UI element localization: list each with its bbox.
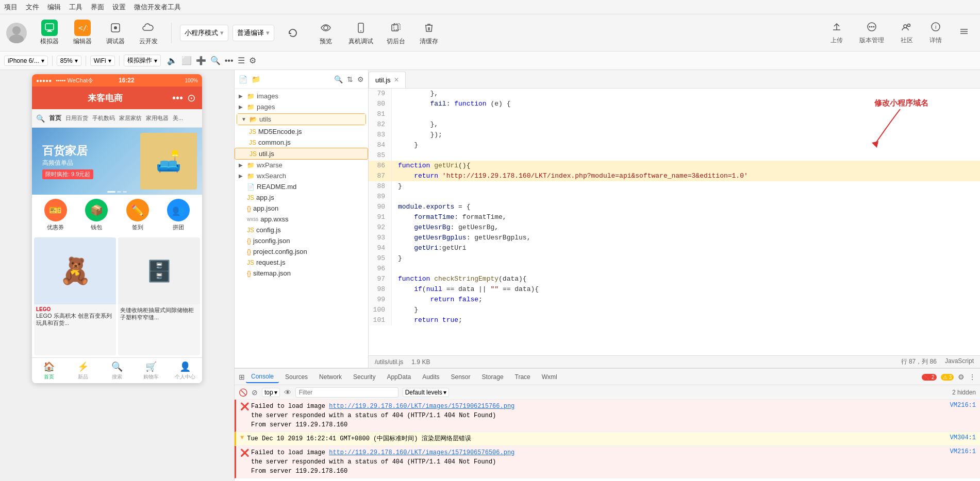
dots-icon[interactable]: ••• bbox=[225, 56, 234, 65]
console-content[interactable]: ❌ Failed to load image http://119.29.178… bbox=[235, 400, 980, 481]
menu-item-settings[interactable]: 设置 bbox=[112, 3, 126, 12]
preview-button[interactable]: 预览 bbox=[311, 18, 340, 48]
debugger-button[interactable]: 调试器 bbox=[101, 18, 130, 48]
volume-icon[interactable]: 🔈 bbox=[167, 56, 177, 65]
list-icon[interactable]: ☰ bbox=[238, 56, 245, 65]
devtools-tab-wxml[interactable]: Wxml bbox=[537, 371, 562, 383]
simulator-button[interactable]: 模拟器 bbox=[35, 18, 64, 48]
error-source-3[interactable]: VM216:1 bbox=[950, 448, 976, 455]
editor-button[interactable]: </> 编辑器 bbox=[68, 18, 97, 48]
phone-circle-icon[interactable]: ⊙ bbox=[187, 92, 196, 104]
compile-dropdown[interactable]: 普通编译 ▾ bbox=[232, 25, 274, 41]
network-select[interactable]: WiFi ▾ bbox=[90, 56, 115, 66]
tree-item-utils[interactable]: ▼ 📂 utils bbox=[237, 114, 366, 125]
tree-item-requestjs[interactable]: JS request.js bbox=[235, 257, 368, 268]
devtools-tab-security[interactable]: Security bbox=[348, 371, 380, 383]
devtools-tab-console[interactable]: Console bbox=[246, 371, 279, 383]
menu-item-file[interactable]: 文件 bbox=[26, 3, 39, 12]
bottom-nav-cart[interactable]: 🛒 购物车 bbox=[134, 358, 168, 383]
search-icon[interactable]: 🔍 bbox=[210, 56, 221, 65]
phone-search-icon[interactable]: 🔍 bbox=[36, 114, 45, 123]
settings2-icon[interactable]: ⚙ bbox=[249, 56, 256, 65]
devtools-tab-sensor[interactable]: Sensor bbox=[446, 371, 476, 383]
nav-link-1[interactable]: 日用百货 bbox=[65, 114, 88, 122]
devtools-tab-appdata[interactable]: AppData bbox=[381, 371, 416, 383]
phone-product-1[interactable]: 🧸 LEGO LEGO 乐高积木 创意百变系列 玩具和百货... bbox=[34, 237, 116, 355]
warn-source-2[interactable]: VM304:1 bbox=[950, 434, 976, 441]
device-select[interactable]: iPhone 6/... ▾ bbox=[4, 56, 48, 66]
devtools-tab-storage[interactable]: Storage bbox=[477, 371, 509, 383]
expand-icon-2[interactable]: ▼ bbox=[240, 434, 244, 441]
tree-item-common[interactable]: JS common.js bbox=[235, 137, 368, 148]
refresh-button[interactable] bbox=[278, 18, 307, 48]
dt-eye-icon[interactable]: 👁 bbox=[284, 388, 291, 397]
file-sort-icon[interactable]: ⇅ bbox=[347, 75, 353, 83]
bottom-nav-profile[interactable]: 👤 个人中心 bbox=[168, 358, 202, 383]
devtools-tab-trace[interactable]: Trace bbox=[510, 371, 536, 383]
bottom-nav-home[interactable]: 🏠 首页 bbox=[32, 358, 66, 383]
menu-item-interface[interactable]: 界面 bbox=[91, 3, 104, 12]
level-select[interactable]: Default levels ▾ bbox=[403, 388, 449, 397]
devtools-sidebar-icon[interactable]: ⊞ bbox=[239, 373, 245, 381]
tree-item-appwxss[interactable]: wxss app.wxss bbox=[235, 214, 368, 225]
devtools-tab-network[interactable]: Network bbox=[314, 371, 347, 383]
menu-item-tool[interactable]: 工具 bbox=[69, 3, 82, 12]
menu-item-project[interactable]: 项目 bbox=[4, 3, 18, 12]
file-more-icon[interactable]: ⚙ bbox=[357, 75, 364, 83]
cloud-button[interactable]: 云开发 bbox=[134, 18, 163, 48]
folder-new-icon[interactable]: 📁 bbox=[252, 75, 260, 83]
tree-item-jsconfigjson[interactable]: {} jsconfig.json bbox=[235, 235, 368, 246]
tree-item-wxsearch[interactable]: ▶ 📁 wxSearch bbox=[235, 170, 368, 181]
error-source-1[interactable]: VM216:1 bbox=[950, 402, 976, 409]
operation-select[interactable]: 模拟操作 ▾ bbox=[124, 55, 161, 66]
context-select[interactable]: top ▾ bbox=[262, 388, 280, 397]
version-button[interactable]: 版本管理 bbox=[855, 19, 888, 47]
dt-block-icon[interactable]: 🚫 bbox=[239, 388, 247, 397]
devtools-settings-icon[interactable]: ⚙ bbox=[958, 373, 965, 381]
tree-item-projectconfig[interactable]: {} project.config.json bbox=[235, 246, 368, 257]
upload-button[interactable]: 上传 bbox=[826, 19, 847, 47]
editor-tab-utiljs[interactable]: util.js ✕ bbox=[369, 72, 406, 88]
file-new-icon[interactable]: 📄 bbox=[239, 75, 247, 83]
mode-dropdown[interactable]: 小程序模式 ▾ bbox=[180, 25, 228, 41]
more-button[interactable] bbox=[954, 24, 974, 42]
phone-icon-group[interactable]: 👥 拼团 bbox=[163, 199, 194, 231]
nav-link-5[interactable]: 美... bbox=[173, 114, 183, 122]
menu-item-wechat-devtools[interactable]: 微信开发者工具 bbox=[134, 3, 181, 12]
phone-icon-signin[interactable]: ✏️ 签到 bbox=[122, 199, 153, 231]
nav-link-2[interactable]: 手机数码 bbox=[92, 114, 115, 122]
tab-close-icon[interactable]: ✕ bbox=[394, 76, 399, 83]
tree-item-appjs[interactable]: JS app.js bbox=[235, 192, 368, 203]
tree-item-readme[interactable]: 📄 README.md bbox=[235, 181, 368, 192]
cutback-button[interactable]: 切后台 bbox=[381, 18, 410, 48]
file-search-icon[interactable]: 🔍 bbox=[334, 75, 343, 83]
tree-item-md5encode[interactable]: JS MD5Encode.js bbox=[235, 126, 368, 137]
clearcache-button[interactable]: 清缓存 bbox=[414, 18, 443, 48]
console-prompt[interactable]: ▶ bbox=[235, 478, 980, 481]
filter-input[interactable] bbox=[295, 387, 398, 398]
error-url-3[interactable]: http://119.29.178.160/LKT/images/1571906… bbox=[329, 449, 514, 456]
devtools-tab-sources[interactable]: Sources bbox=[280, 371, 313, 383]
tree-item-appjson[interactable]: {} app.json bbox=[235, 203, 368, 214]
phone-icon-coupon[interactable]: 🎫 优惠券 bbox=[40, 199, 71, 231]
error-url-1[interactable]: http://119.29.178.160/LKT/images/1571906… bbox=[329, 403, 514, 410]
realtest-button[interactable]: 真机调试 bbox=[344, 18, 377, 48]
menu-item-edit[interactable]: 编辑 bbox=[47, 3, 61, 12]
tree-item-util-js[interactable]: JS util.js ➤ bbox=[235, 148, 368, 160]
nav-link-4[interactable]: 家用电器 bbox=[146, 114, 169, 122]
zoom-select[interactable]: 85% ▾ bbox=[57, 56, 81, 66]
devtools-tab-audits[interactable]: Audits bbox=[417, 371, 444, 383]
nav-link-3[interactable]: 家居家纺 bbox=[119, 114, 142, 122]
detail-button[interactable]: i 详情 bbox=[925, 19, 946, 47]
devtools-more2-icon[interactable]: ⋮ bbox=[969, 373, 976, 381]
phone-home-link[interactable]: 首页 bbox=[49, 114, 61, 123]
tree-item-sitemapjson[interactable]: {} sitemap.json bbox=[235, 268, 368, 279]
community-button[interactable]: 社区 bbox=[896, 19, 917, 47]
phone-more-icon[interactable]: ••• bbox=[172, 92, 183, 104]
tree-item-wxparse[interactable]: ▶ 📁 wxParse bbox=[235, 160, 368, 170]
dt-noentry-icon[interactable]: ⊘ bbox=[252, 388, 258, 397]
code-content[interactable]: 修改小程序域名 79 }, 80 bbox=[369, 89, 980, 355]
fullscreen-icon[interactable]: ⬜ bbox=[181, 56, 192, 65]
phone-product-2[interactable]: 🗄️ 夹缝收纳柜抽屉式间隙储物柜子塑料窄窄缝... bbox=[118, 237, 200, 355]
bottom-nav-new[interactable]: ⚡ 新品 bbox=[66, 358, 100, 383]
